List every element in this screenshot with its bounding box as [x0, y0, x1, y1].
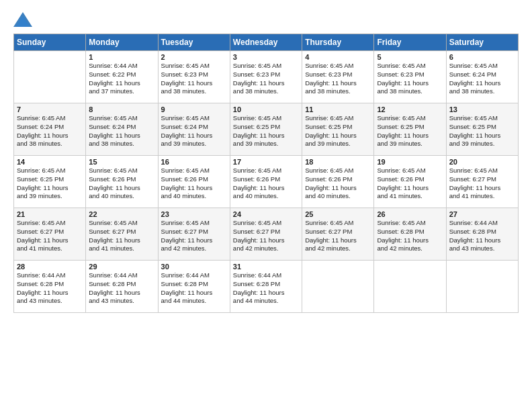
week-row-2: 7Sunrise: 6:45 AMSunset: 6:24 PMDaylight…: [14, 103, 519, 156]
logo-icon: [13, 12, 32, 27]
day-number: 23: [161, 210, 227, 218]
cell-info: Sunrise: 6:45 AM: [449, 114, 515, 123]
cell-info: and 43 minutes.: [89, 297, 154, 306]
cell-info: and 43 minutes.: [17, 297, 83, 306]
cell-info: Daylight: 11 hours: [449, 79, 515, 88]
cell-info: Sunset: 6:28 PM: [449, 228, 515, 236]
cell-info: and 40 minutes.: [305, 192, 371, 201]
cell-5-2: 29Sunrise: 6:44 AMSunset: 6:28 PMDayligh…: [86, 261, 158, 313]
page: SundayMondayTuesdayWednesdayThursdayFrid…: [0, 0, 532, 411]
cell-1-3: 2Sunrise: 6:45 AMSunset: 6:23 PMDaylight…: [158, 51, 230, 103]
cell-info: and 44 minutes.: [161, 297, 227, 306]
day-number: 12: [377, 105, 443, 113]
cell-info: Daylight: 11 hours: [161, 236, 227, 245]
day-number: 2: [161, 53, 227, 61]
cell-info: Sunrise: 6:45 AM: [17, 167, 83, 175]
week-row-3: 14Sunrise: 6:45 AMSunset: 6:25 PMDayligh…: [14, 156, 519, 208]
day-number: 3: [233, 53, 299, 61]
day-number: 22: [89, 210, 154, 218]
day-number: 26: [377, 210, 443, 218]
cell-info: Daylight: 11 hours: [161, 79, 227, 88]
cell-info: Sunset: 6:26 PM: [305, 175, 371, 184]
cell-info: Sunset: 6:27 PM: [233, 228, 299, 236]
cell-info: Sunset: 6:26 PM: [161, 175, 227, 184]
cell-info: and 39 minutes.: [449, 140, 515, 148]
cell-1-1: [14, 51, 86, 103]
cell-info: Sunrise: 6:45 AM: [305, 114, 371, 123]
cell-info: Sunrise: 6:45 AM: [89, 114, 154, 123]
cell-info: and 42 minutes.: [233, 244, 299, 253]
cell-info: Sunset: 6:22 PM: [89, 71, 154, 79]
cell-info: Sunrise: 6:45 AM: [377, 167, 443, 175]
day-number: 16: [161, 158, 227, 166]
day-number: 11: [305, 105, 371, 113]
cell-info: Sunrise: 6:45 AM: [377, 62, 443, 71]
cell-info: and 39 minutes.: [305, 140, 371, 148]
day-number: 24: [233, 210, 299, 218]
cell-info: Sunset: 6:25 PM: [449, 123, 515, 132]
cell-info: Sunrise: 6:44 AM: [161, 271, 227, 280]
cell-info: Daylight: 11 hours: [233, 184, 299, 193]
cell-info: Sunrise: 6:45 AM: [305, 219, 371, 228]
cell-info: Sunset: 6:28 PM: [89, 280, 154, 289]
cell-info: Sunset: 6:28 PM: [17, 280, 83, 289]
cell-2-5: 11Sunrise: 6:45 AMSunset: 6:25 PMDayligh…: [302, 103, 374, 156]
cell-info: Daylight: 11 hours: [233, 289, 299, 298]
cell-4-6: 26Sunrise: 6:45 AMSunset: 6:28 PMDayligh…: [374, 208, 446, 261]
cell-info: Sunrise: 6:44 AM: [449, 219, 515, 228]
cell-info: Daylight: 11 hours: [161, 132, 227, 140]
cell-info: Daylight: 11 hours: [17, 236, 83, 245]
cell-info: Daylight: 11 hours: [89, 79, 154, 88]
day-number: 10: [233, 105, 299, 113]
cell-info: Daylight: 11 hours: [449, 132, 515, 140]
cell-info: Sunrise: 6:45 AM: [377, 219, 443, 228]
day-number: 31: [233, 263, 299, 271]
cell-info: Sunrise: 6:45 AM: [233, 219, 299, 228]
cell-info: and 38 minutes.: [305, 87, 371, 96]
cell-info: Daylight: 11 hours: [377, 79, 443, 88]
cell-info: Sunset: 6:25 PM: [377, 123, 443, 132]
cell-info: Sunset: 6:26 PM: [377, 175, 443, 184]
cell-info: Sunset: 6:28 PM: [233, 280, 299, 289]
day-number: 27: [449, 210, 515, 218]
day-number: 19: [377, 158, 443, 166]
cell-info: Sunset: 6:27 PM: [305, 228, 371, 236]
week-row-1: 1Sunrise: 6:44 AMSunset: 6:22 PMDaylight…: [14, 51, 519, 103]
cell-info: Daylight: 11 hours: [161, 184, 227, 193]
cell-info: and 40 minutes.: [161, 192, 227, 201]
cell-info: Sunrise: 6:45 AM: [161, 219, 227, 228]
cell-info: Sunrise: 6:45 AM: [89, 167, 154, 175]
cell-info: Sunrise: 6:44 AM: [89, 271, 154, 280]
cell-3-4: 17Sunrise: 6:45 AMSunset: 6:26 PMDayligh…: [230, 156, 302, 208]
cell-1-2: 1Sunrise: 6:44 AMSunset: 6:22 PMDaylight…: [86, 51, 158, 103]
cell-info: and 40 minutes.: [89, 192, 154, 201]
col-header-thursday: Thursday: [302, 34, 374, 51]
calendar-table: SundayMondayTuesdayWednesdayThursdayFrid…: [13, 34, 519, 313]
cell-3-6: 19Sunrise: 6:45 AMSunset: 6:26 PMDayligh…: [374, 156, 446, 208]
cell-info: and 44 minutes.: [233, 297, 299, 306]
cell-info: Sunset: 6:27 PM: [17, 228, 83, 236]
day-number: 28: [17, 263, 83, 271]
cell-info: Daylight: 11 hours: [17, 289, 83, 298]
cell-info: Daylight: 11 hours: [377, 184, 443, 193]
cell-info: Daylight: 11 hours: [233, 79, 299, 88]
cell-1-5: 4Sunrise: 6:45 AMSunset: 6:23 PMDaylight…: [302, 51, 374, 103]
cell-info: and 38 minutes.: [377, 87, 443, 96]
cell-info: and 39 minutes.: [161, 140, 227, 148]
day-number: 1: [89, 53, 154, 61]
cell-2-6: 12Sunrise: 6:45 AMSunset: 6:25 PMDayligh…: [374, 103, 446, 156]
week-row-5: 28Sunrise: 6:44 AMSunset: 6:28 PMDayligh…: [14, 261, 519, 313]
cell-info: Sunset: 6:24 PM: [17, 123, 83, 132]
cell-info: Sunset: 6:23 PM: [161, 71, 227, 79]
cell-2-1: 7Sunrise: 6:45 AMSunset: 6:24 PMDaylight…: [14, 103, 86, 156]
cell-5-6: [374, 261, 446, 313]
cell-2-7: 13Sunrise: 6:45 AMSunset: 6:25 PMDayligh…: [446, 103, 518, 156]
cell-info: Daylight: 11 hours: [161, 289, 227, 298]
cell-info: and 42 minutes.: [377, 244, 443, 253]
col-header-sunday: Sunday: [14, 34, 86, 51]
cell-4-4: 24Sunrise: 6:45 AMSunset: 6:27 PMDayligh…: [230, 208, 302, 261]
cell-info: Sunset: 6:25 PM: [233, 123, 299, 132]
day-number: 8: [89, 105, 154, 113]
cell-info: and 38 minutes.: [89, 140, 154, 148]
cell-2-3: 9Sunrise: 6:45 AMSunset: 6:24 PMDaylight…: [158, 103, 230, 156]
